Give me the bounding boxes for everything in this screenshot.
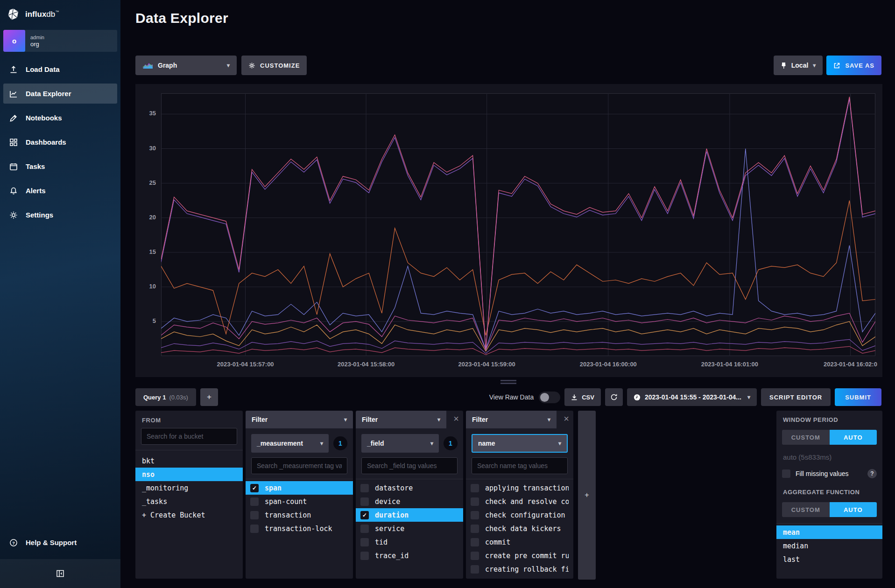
tag-value-label: create pre commit run…	[485, 552, 569, 560]
visualization-type-dropdown[interactable]: Graph ▾	[135, 56, 237, 75]
value-checkbox[interactable]	[250, 511, 259, 519]
query-tab[interactable]: Query 1 (0.03s)	[135, 388, 196, 406]
fill-missing-values-checkbox[interactable]	[782, 469, 790, 478]
tag-key-dropdown[interactable]: _measurement▾	[251, 434, 329, 453]
window-custom-button[interactable]: CUSTOM	[782, 430, 830, 445]
tag-value-row[interactable]: create pre commit run…	[466, 549, 573, 562]
tag-value-label: service	[375, 525, 404, 533]
y-axis-label: 20	[135, 214, 156, 221]
sidebar-item-alerts[interactable]: Alerts	[3, 181, 117, 201]
tag-value-row[interactable]: check and resolve con…	[466, 495, 573, 508]
tag-value-row[interactable]: commit	[466, 535, 573, 549]
sidebar-item-data-explorer[interactable]: Data Explorer	[3, 84, 117, 104]
sidebar-item-notebooks[interactable]: Notebooks	[3, 108, 117, 128]
close-icon[interactable]: ×	[453, 414, 459, 423]
tag-value-row[interactable]: service	[356, 522, 463, 535]
filter-type-dropdown[interactable]: Filter▾	[246, 411, 353, 428]
filter-type-dropdown[interactable]: Filter▾	[466, 411, 557, 428]
customize-button[interactable]: CUSTOMIZE	[241, 56, 307, 75]
csv-download-button[interactable]: CSV	[564, 388, 601, 406]
value-checkbox[interactable]	[471, 565, 479, 574]
local-dropdown[interactable]: Local ▾	[774, 56, 823, 75]
tag-value-row[interactable]: check configuration p…	[466, 508, 573, 522]
bucket-item[interactable]: _monitoring	[135, 481, 243, 495]
tag-value-row[interactable]: transaction	[246, 508, 353, 522]
panel-resize-handle[interactable]	[500, 380, 516, 385]
tag-value-row[interactable]: tid	[356, 535, 463, 549]
view-raw-data-toggle[interactable]	[539, 392, 560, 403]
svg-text:?: ?	[12, 540, 15, 545]
tag-value-search-input[interactable]	[251, 457, 347, 474]
tag-value-row[interactable]: device	[356, 495, 463, 508]
value-checkbox[interactable]: ✓	[360, 511, 369, 519]
tag-key-dropdown[interactable]: _field▾	[361, 434, 439, 453]
window-auto-button[interactable]: AUTO	[830, 430, 877, 445]
value-checkbox[interactable]	[471, 579, 479, 579]
value-checkbox[interactable]	[360, 497, 369, 506]
filter-type-dropdown[interactable]: Filter▾	[356, 411, 446, 428]
tag-value-row[interactable]: check data kickers	[466, 522, 573, 535]
aggregate-auto-button[interactable]: AUTO	[830, 502, 877, 517]
script-editor-button[interactable]: SCRIPT EDITOR	[761, 388, 831, 406]
value-checkbox[interactable]	[360, 538, 369, 546]
tag-value-row[interactable]: datastore	[356, 481, 463, 495]
tag-value-row[interactable]: ✓duration	[356, 508, 463, 522]
tag-value-search-input[interactable]	[361, 457, 458, 474]
value-checkbox[interactable]	[360, 525, 369, 533]
bell-icon	[8, 186, 18, 196]
window-period-panel: WINDOW PERIOD CUSTOM AUTO auto (5s833ms)…	[776, 411, 882, 579]
tag-key-dropdown[interactable]: name▾	[472, 434, 568, 453]
sidebar-item-tasks[interactable]: Tasks	[3, 156, 117, 176]
value-checkbox[interactable]	[471, 497, 479, 506]
tag-value-label: span	[265, 484, 282, 492]
tag-value-row[interactable]: trace_id	[356, 549, 463, 562]
collapse-sidebar-icon[interactable]	[56, 569, 65, 578]
help-circle-icon[interactable]: ?	[867, 469, 877, 478]
tag-value-row[interactable]: applying transaction	[466, 481, 573, 495]
influxdb-cube-icon	[7, 8, 20, 21]
aggregate-option[interactable]: mean	[776, 525, 882, 539]
sidebar-item-load-data[interactable]: Load Data	[3, 59, 117, 79]
aggregate-option[interactable]: last	[776, 553, 882, 566]
value-checkbox[interactable]	[360, 552, 369, 560]
bucket-item[interactable]: bkt	[135, 454, 243, 468]
bucket-item[interactable]: _tasks	[135, 495, 243, 508]
value-checkbox[interactable]: ✓	[250, 484, 259, 492]
add-filter-button[interactable]: +	[578, 411, 596, 580]
influxdb-logo[interactable]: influxdb™	[0, 0, 120, 27]
tag-value-row[interactable]: ✓span	[246, 481, 353, 495]
tag-value-search-input[interactable]	[472, 457, 568, 474]
chart-panel: 5101520253035 2023-01-04 15:57:002023-01…	[135, 84, 882, 377]
sidebar-item-settings[interactable]: Settings	[3, 205, 117, 225]
user-name: admin	[30, 34, 44, 41]
sidebar-item-help-support[interactable]: ? Help & Support	[3, 532, 117, 553]
value-checkbox[interactable]	[360, 484, 369, 492]
tag-value-row[interactable]: creating rollback file	[466, 562, 573, 576]
tag-value-row[interactable]: transaction-lock	[246, 522, 353, 535]
submit-button[interactable]: SUBMIT	[835, 388, 881, 406]
time-series-chart[interactable]	[161, 93, 875, 356]
save-as-button[interactable]: SAVE AS	[826, 56, 881, 75]
value-checkbox[interactable]	[471, 525, 479, 533]
value-checkbox[interactable]	[250, 497, 259, 506]
close-icon[interactable]: ×	[564, 414, 569, 423]
bucket-item[interactable]: nso	[135, 468, 243, 481]
value-checkbox[interactable]	[471, 538, 479, 546]
bucket-search-input[interactable]	[141, 428, 237, 445]
value-checkbox[interactable]	[471, 552, 479, 560]
user-org-switcher[interactable]: o admin org	[3, 30, 117, 52]
tag-value-list: datastoredevice✓durationservicetidtrace_…	[356, 479, 463, 562]
aggregate-custom-button[interactable]: CUSTOM	[782, 502, 830, 517]
tag-value-row[interactable]: grabbing transaction	[466, 576, 573, 579]
sidebar-item-dashboards[interactable]: Dashboards	[3, 132, 117, 152]
tag-value-row[interactable]: span-count	[246, 495, 353, 508]
add-query-button[interactable]: +	[200, 388, 218, 406]
time-range-dropdown[interactable]: 2023-01-04 15:55 - 2023-01-04... ▾	[627, 388, 757, 406]
value-checkbox[interactable]	[250, 525, 259, 533]
aggregate-option[interactable]: median	[776, 539, 882, 553]
bucket-item[interactable]: + Create Bucket	[135, 508, 243, 522]
value-checkbox[interactable]	[471, 511, 479, 519]
y-axis-label: 5	[135, 317, 156, 324]
refresh-button[interactable]	[605, 388, 623, 406]
value-checkbox[interactable]	[471, 484, 479, 492]
